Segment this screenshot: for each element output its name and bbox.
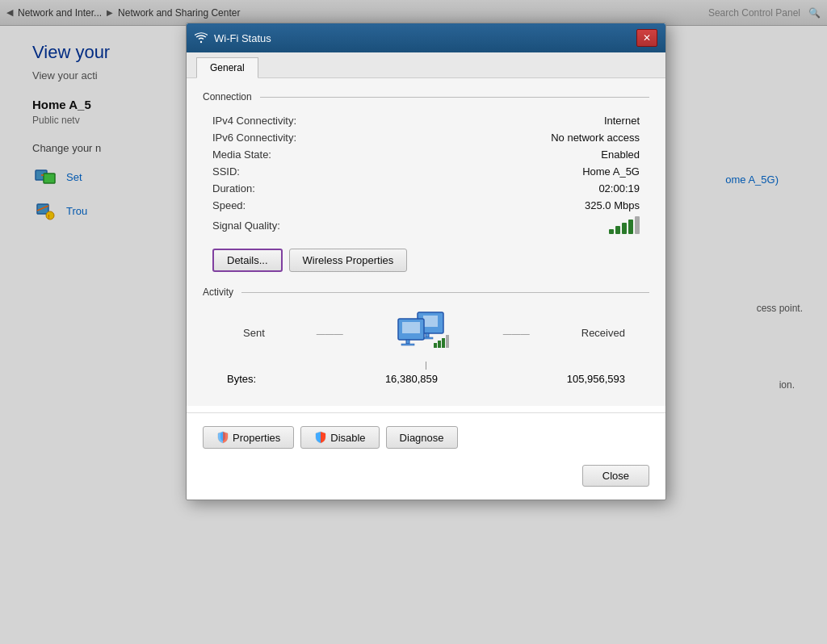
wireless-properties-button[interactable]: Wireless Properties [289,249,408,272]
signal-bars [609,216,640,234]
computers-svg [395,311,451,355]
connection-section-header: Connection [203,91,649,102]
media-state-row: Media State: Enabled [203,146,649,163]
duration-value: 02:00:19 [598,182,640,194]
disable-button[interactable]: Disable [300,426,379,449]
disable-label: Disable [330,432,365,444]
connection-divider [260,97,649,98]
ssid-row: SSID: Home A_5G [203,163,649,180]
svg-rect-10 [426,333,429,337]
sent-arrow: ——— [317,328,343,338]
sent-label: Sent [243,327,265,339]
svg-rect-19 [446,335,449,348]
duration-row: Duration: 02:00:19 [203,180,649,197]
disable-shield-icon [314,431,327,444]
bar-4 [628,220,633,234]
ipv6-label: IPv6 Connectivity: [212,132,296,144]
bytes-label: Bytes: [227,373,256,385]
dialog-tab-bar: General [187,52,665,78]
details-buttons-row: Details... Wireless Properties [203,244,649,283]
svg-rect-18 [442,338,445,348]
dialog-title-area: Wi-Fi Status [195,31,271,44]
activity-divider [241,292,649,293]
connection-label: Connection [203,91,252,102]
bar-1 [609,229,614,234]
ipv6-row: IPv6 Connectivity: No network access [203,129,649,146]
signal-quality-label: Signal Quality: [212,220,280,232]
media-state-value: Enabled [601,148,640,161]
bottom-buttons-row: Properties Disable Diagnose [187,412,665,458]
bar-2 [615,226,620,234]
duration-label: Duration: [212,182,255,194]
received-arrow: ——— [503,328,530,338]
bar-3 [622,223,627,234]
speed-label: Speed: [212,199,246,211]
received-label: Received [581,327,625,339]
bytes-row: Bytes: 16,380,859 105,956,593 [203,373,649,393]
svg-rect-15 [401,344,414,345]
svg-rect-16 [434,343,437,348]
activity-section-header: Activity [203,286,649,298]
dialog-titlebar: Wi-Fi Status ✕ [187,23,665,52]
activity-label: Activity [203,286,233,298]
sent-bytes-value: 16,380,859 [385,373,438,385]
wifi-icon [195,31,208,44]
dialog-title-text: Wi-Fi Status [214,32,271,44]
properties-shield-icon [216,431,229,444]
speed-value: 325.0 Mbps [585,199,640,211]
bytes-divider: | [203,360,649,370]
properties-label: Properties [233,432,280,444]
svg-rect-14 [406,340,409,344]
close-row: Close [187,458,665,500]
received-bytes-value: 105,956,593 [567,373,625,385]
svg-point-7 [200,41,202,43]
activity-section: Activity Sent ——— [203,286,649,393]
signal-quality-row: Signal Quality: [203,214,649,244]
details-button[interactable]: Details... [212,249,283,272]
svg-rect-9 [423,316,438,327]
ssid-label: SSID: [212,165,240,178]
network-computers-icon [395,311,451,355]
wifi-status-dialog: Wi-Fi Status ✕ General Connection IPv4 C… [186,23,666,500]
diagnose-button[interactable]: Diagnose [386,426,458,449]
svg-rect-13 [402,322,420,333]
bar-5 [635,216,640,234]
speed-row: Speed: 325.0 Mbps [203,197,649,214]
dialog-close-button[interactable]: ✕ [636,29,657,47]
svg-rect-17 [438,341,441,348]
ipv4-label: IPv4 Connectivity: [212,115,296,127]
ipv4-value: Internet [604,115,640,127]
media-state-label: Media State: [212,148,271,161]
tab-general[interactable]: General [196,57,258,78]
properties-button[interactable]: Properties [203,426,294,449]
close-button[interactable]: Close [582,465,649,487]
ipv4-row: IPv4 Connectivity: Internet [203,112,649,129]
dialog-content: Connection IPv4 Connectivity: Internet I… [187,78,665,406]
ipv6-value: No network access [551,132,640,144]
ssid-value: Home A_5G [582,165,640,178]
